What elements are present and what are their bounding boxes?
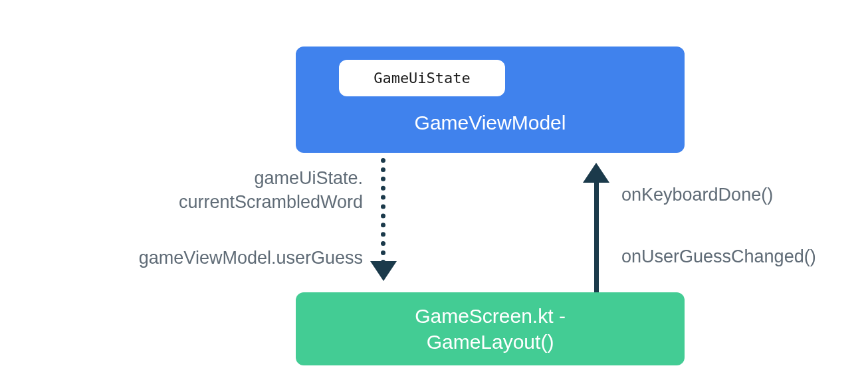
arrow-down-dotted xyxy=(381,158,385,264)
arrow-up-head-icon xyxy=(583,163,609,183)
label-down-guess: gameViewModel.userGuess xyxy=(139,246,363,270)
viewmodel-box: GameUiState GameViewModel xyxy=(296,47,685,153)
uistate-label: GameUiState xyxy=(374,70,471,86)
label-down-state: gameUiState. currentScrambledWord xyxy=(179,166,363,215)
uistate-box: GameUiState xyxy=(339,60,505,96)
label-down-state-line1: gameUiState. xyxy=(179,166,363,190)
arrow-down-head-icon xyxy=(370,261,397,281)
screen-label-line1: GameScreen.kt - xyxy=(415,303,566,329)
screen-box: GameScreen.kt - GameLayout() xyxy=(296,292,685,365)
label-down-state-line2: currentScrambledWord xyxy=(179,190,363,214)
label-up-keyboard: onKeyboardDone() xyxy=(621,183,773,207)
viewmodel-label: GameViewModel xyxy=(296,112,685,134)
screen-label-line2: GameLayout() xyxy=(427,329,554,355)
label-up-guess-changed: onUserGuessChanged() xyxy=(621,244,816,268)
arrow-up-solid xyxy=(594,181,599,292)
